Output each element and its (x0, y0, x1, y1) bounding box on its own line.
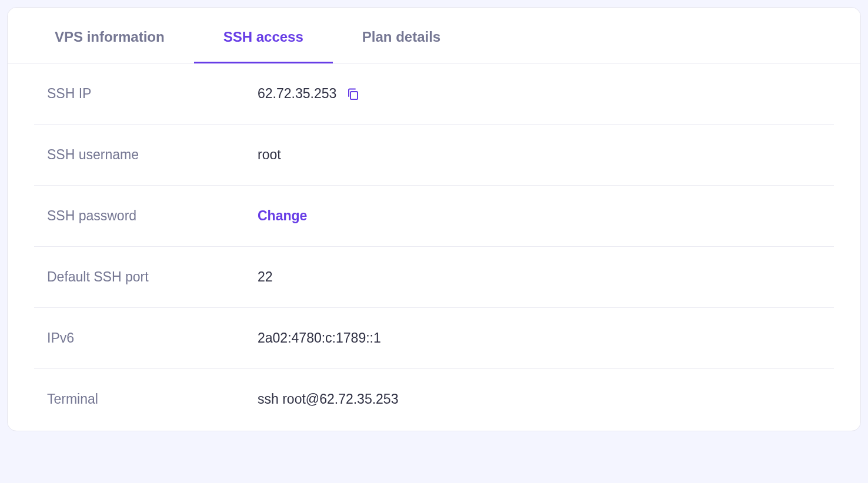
tabs-bar: VPS information SSH access Plan details (8, 8, 860, 63)
value-default-ssh-port: 22 (258, 269, 273, 285)
row-terminal: Terminal ssh root@62.72.35.253 (34, 369, 834, 413)
label-terminal: Terminal (34, 391, 258, 407)
tab-plan-details[interactable]: Plan details (350, 8, 452, 63)
row-ipv6: IPv6 2a02:4780:c:1789::1 (34, 308, 834, 369)
ssh-access-content: SSH IP 62.72.35.253 SSH username root SS… (8, 63, 860, 431)
label-ipv6: IPv6 (34, 330, 258, 346)
label-default-ssh-port: Default SSH port (34, 269, 258, 285)
tab-vps-information[interactable]: VPS information (43, 8, 176, 63)
copy-icon[interactable] (346, 87, 360, 101)
value-terminal: ssh root@62.72.35.253 (258, 391, 398, 407)
value-ssh-ip-container: 62.72.35.253 (258, 86, 360, 102)
label-ssh-username: SSH username (34, 147, 258, 163)
row-ssh-password: SSH password Change (34, 186, 834, 247)
value-ssh-username: root (258, 147, 281, 163)
change-password-link[interactable]: Change (258, 208, 307, 224)
label-ssh-password: SSH password (34, 208, 258, 224)
svg-rect-0 (350, 92, 358, 99)
value-ssh-ip: 62.72.35.253 (258, 86, 336, 102)
row-ssh-username: SSH username root (34, 125, 834, 186)
tab-ssh-access[interactable]: SSH access (212, 8, 315, 63)
row-ssh-ip: SSH IP 62.72.35.253 (34, 63, 834, 125)
value-ipv6: 2a02:4780:c:1789::1 (258, 330, 381, 346)
ssh-panel: VPS information SSH access Plan details … (7, 7, 861, 431)
row-default-ssh-port: Default SSH port 22 (34, 247, 834, 308)
label-ssh-ip: SSH IP (34, 86, 258, 102)
